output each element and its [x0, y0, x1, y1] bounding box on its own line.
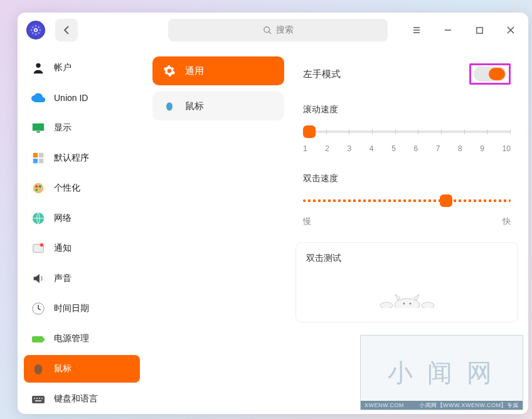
- sidebar-item-mouse[interactable]: 鼠标: [24, 355, 140, 383]
- svg-point-3: [36, 63, 40, 68]
- settings-window: 搜索 帐户 Union ID: [18, 13, 528, 414]
- sidebar-item-notification[interactable]: 通知: [24, 235, 140, 262]
- sidebar-item-label: 网络: [54, 213, 72, 224]
- palette-icon: [30, 180, 46, 196]
- svg-point-27: [166, 102, 173, 110]
- section-title: 滚动速度: [303, 104, 511, 115]
- submenu-item-general[interactable]: 通用: [152, 56, 284, 85]
- battery-icon: [30, 331, 46, 347]
- section-title: 双击测试: [306, 253, 508, 264]
- svg-point-32: [409, 303, 411, 305]
- apps-icon: [30, 150, 46, 166]
- back-button[interactable]: [55, 19, 78, 41]
- section-title: 双击速度: [303, 173, 511, 184]
- svg-rect-9: [39, 159, 43, 163]
- maximize-button[interactable]: [471, 21, 488, 39]
- svg-point-31: [403, 303, 405, 305]
- gear-icon: [162, 64, 176, 78]
- app-icon: [26, 21, 45, 40]
- sidebar-item-datetime[interactable]: 时间日期: [24, 295, 140, 322]
- left-hand-mode-row: 左手模式: [295, 56, 518, 92]
- cat-illustration: [306, 283, 508, 308]
- svg-point-10: [33, 183, 44, 194]
- sidebar-item-label: 键盘和语言: [54, 393, 98, 405]
- svg-point-16: [40, 243, 44, 247]
- sidebar-item-sound[interactable]: 声音: [24, 265, 140, 292]
- svg-rect-8: [33, 159, 38, 163]
- max-label: 快: [503, 216, 511, 227]
- scroll-speed-slider[interactable]: [303, 124, 511, 141]
- sidebar-item-label: 帐户: [54, 62, 72, 73]
- titlebar: 搜索: [18, 13, 528, 48]
- search-placeholder: 搜索: [276, 24, 294, 36]
- speaker-icon: [30, 270, 46, 287]
- svg-point-0: [35, 29, 38, 32]
- sidebar-item-label: 显示: [54, 122, 72, 134]
- toggle-knob: [489, 68, 505, 80]
- mouse-icon: [162, 99, 176, 113]
- slider-thumb[interactable]: [440, 194, 452, 207]
- svg-rect-18: [32, 336, 43, 342]
- scroll-ticks: 1 2 3 4 5 6 7 8 9 10: [303, 144, 511, 153]
- search-input[interactable]: 搜索: [168, 19, 388, 41]
- svg-rect-2: [476, 27, 482, 33]
- sidebar-item-label: 鼠标: [54, 363, 72, 374]
- sidebar-item-label: 声音: [54, 273, 72, 284]
- svg-rect-25: [41, 398, 43, 399]
- highlight-box: [469, 63, 511, 85]
- svg-rect-19: [43, 338, 45, 341]
- submenu-item-label: 鼠标: [185, 100, 204, 112]
- submenu-item-mouse[interactable]: 鼠标: [152, 92, 284, 120]
- sidebar-item-display[interactable]: 显示: [24, 114, 140, 142]
- sidebar-item-personalization[interactable]: 个性化: [24, 174, 140, 202]
- clock-icon: [30, 300, 46, 317]
- sidebar-item-account[interactable]: 帐户: [24, 54, 140, 82]
- svg-rect-4: [33, 124, 44, 131]
- globe-icon: [30, 210, 46, 226]
- close-button[interactable]: [502, 21, 519, 39]
- svg-point-11: [35, 185, 38, 188]
- sidebar-item-defaultapps[interactable]: 默认程序: [24, 144, 140, 172]
- submenu-item-label: 通用: [185, 65, 204, 77]
- svg-rect-7: [39, 153, 43, 157]
- submenu: 通用 鼠标: [146, 48, 290, 414]
- svg-point-13: [35, 189, 38, 191]
- minimize-button[interactable]: [439, 21, 457, 39]
- svg-rect-21: [32, 396, 45, 403]
- setting-label: 左手模式: [303, 68, 341, 80]
- keyboard-icon: [30, 391, 46, 407]
- min-label: 慢: [303, 216, 311, 227]
- svg-rect-23: [36, 398, 38, 399]
- svg-point-20: [35, 364, 43, 375]
- svg-point-30: [422, 302, 434, 308]
- doubleclick-speed-slider[interactable]: [303, 193, 511, 210]
- sidebar-item-label: 默认程序: [54, 152, 89, 164]
- sidebar-item-label: 时间日期: [54, 303, 89, 314]
- doubleclick-test-box[interactable]: 双击测试: [295, 242, 518, 322]
- sidebar-item-label: 通知: [54, 243, 72, 254]
- sidebar-item-network[interactable]: 网络: [24, 204, 140, 232]
- sidebar: 帐户 Union ID 显示 默认程序 个性化 网络: [18, 48, 146, 414]
- svg-point-1: [263, 26, 269, 32]
- svg-rect-26: [35, 400, 41, 401]
- cloud-icon: [30, 90, 46, 106]
- svg-rect-22: [34, 398, 35, 399]
- sidebar-item-keyboard[interactable]: 键盘和语言: [24, 385, 140, 413]
- scroll-speed-section: 滚动速度 1 2 3 4 5 6 7 8 9 10: [295, 98, 518, 161]
- svg-point-12: [39, 185, 41, 188]
- monitor-icon: [30, 120, 46, 136]
- sidebar-item-label: 个性化: [54, 183, 80, 194]
- sidebar-item-power[interactable]: 电源管理: [24, 325, 140, 353]
- menu-button[interactable]: [408, 21, 425, 39]
- slider-thumb[interactable]: [303, 125, 316, 138]
- doubleclick-speed-section: 双击速度 慢 快: [295, 167, 518, 235]
- svg-rect-5: [36, 132, 40, 133]
- sidebar-item-label: 电源管理: [54, 333, 89, 344]
- svg-rect-24: [39, 398, 40, 399]
- mouse-icon: [30, 361, 46, 377]
- svg-rect-6: [33, 153, 38, 157]
- sidebar-item-unionid[interactable]: Union ID: [24, 84, 140, 112]
- left-hand-toggle[interactable]: [474, 66, 506, 82]
- svg-point-29: [380, 302, 393, 308]
- notification-icon: [30, 240, 46, 257]
